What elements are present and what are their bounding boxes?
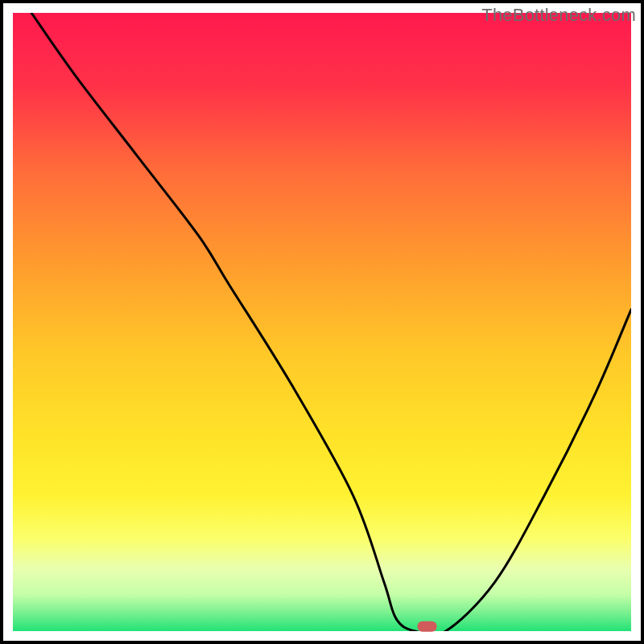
plot-background xyxy=(13,13,631,631)
bottleneck-chart xyxy=(0,0,644,644)
watermark-text: TheBottleneck.com xyxy=(481,5,636,26)
optimal-point-marker xyxy=(418,621,437,632)
chart-container: TheBottleneck.com xyxy=(0,0,644,644)
